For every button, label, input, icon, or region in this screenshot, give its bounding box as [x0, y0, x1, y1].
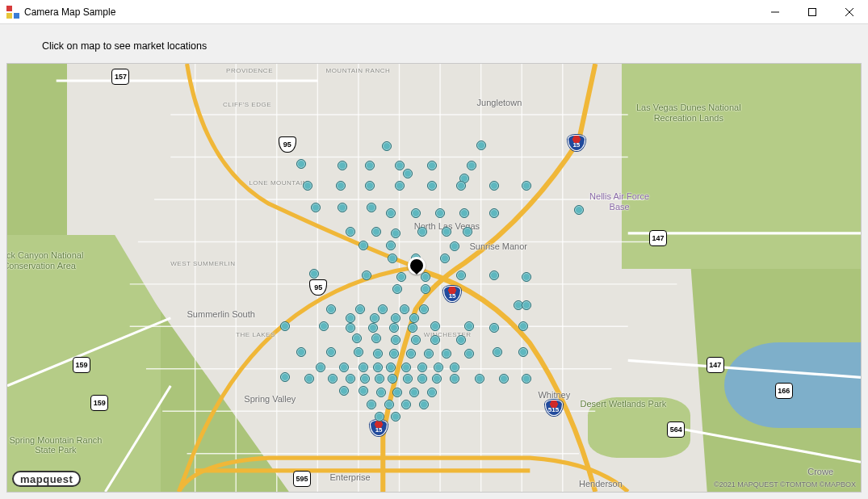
camera-marker[interactable] — [493, 347, 502, 357]
camera-marker[interactable] — [417, 363, 427, 372]
map-brand-badge: mapquest — [12, 471, 81, 487]
camera-marker[interactable] — [367, 400, 376, 409]
camera-marker[interactable] — [442, 227, 451, 237]
map-container: 9595151515515157159159147147166564595 La… — [6, 63, 862, 493]
camera-marker[interactable] — [359, 241, 368, 250]
minimize-button[interactable] — [757, 0, 794, 24]
camera-marker[interactable] — [419, 400, 429, 409]
camera-marker[interactable] — [427, 161, 437, 170]
camera-marker[interactable] — [386, 241, 396, 250]
svg-line-24 — [7, 318, 170, 386]
camera-marker[interactable] — [417, 227, 427, 237]
camera-marker[interactable] — [403, 374, 413, 384]
camera-marker[interactable] — [339, 386, 349, 396]
camera-marker[interactable] — [328, 374, 338, 384]
camera-marker[interactable] — [489, 181, 499, 191]
camera-marker[interactable] — [395, 181, 405, 191]
camera-marker[interactable] — [518, 347, 528, 357]
camera-marker[interactable] — [371, 227, 381, 237]
instruction-label: Click on map to see market locations — [6, 31, 862, 63]
svg-line-28 — [105, 386, 170, 492]
titlebar: Camera Map Sample — [0, 0, 868, 24]
map-roads — [7, 64, 861, 492]
svg-line-26 — [628, 360, 861, 377]
camera-marker[interactable] — [411, 208, 421, 218]
svg-rect-1 — [809, 8, 816, 15]
map-center-pin[interactable] — [408, 257, 426, 275]
camera-marker[interactable] — [326, 304, 336, 314]
camera-marker[interactable] — [339, 363, 349, 372]
close-button[interactable] — [831, 0, 868, 24]
camera-marker[interactable] — [354, 347, 363, 357]
camera-marker[interactable] — [427, 181, 437, 191]
camera-marker[interactable] — [346, 227, 355, 237]
camera-marker[interactable] — [359, 386, 368, 396]
camera-marker[interactable] — [346, 313, 355, 323]
camera-marker[interactable] — [352, 333, 362, 343]
camera-marker[interactable] — [409, 388, 419, 397]
camera-marker[interactable] — [421, 284, 430, 294]
camera-marker[interactable] — [411, 335, 421, 345]
map-canvas[interactable]: 9595151515515157159159147147166564595 La… — [7, 64, 861, 492]
camera-marker[interactable] — [450, 363, 459, 372]
camera-marker[interactable] — [401, 363, 411, 372]
app-icon — [6, 6, 19, 19]
camera-marker[interactable] — [406, 349, 416, 359]
camera-marker[interactable] — [574, 205, 584, 215]
camera-marker[interactable] — [403, 169, 413, 178]
camera-marker[interactable] — [326, 347, 336, 357]
camera-marker[interactable] — [375, 412, 384, 421]
camera-marker[interactable] — [401, 400, 411, 409]
camera-marker[interactable] — [370, 313, 379, 323]
camera-marker[interactable] — [338, 161, 347, 170]
camera-marker[interactable] — [400, 304, 409, 314]
camera-marker[interactable] — [296, 347, 306, 357]
camera-marker[interactable] — [434, 363, 443, 372]
camera-marker[interactable] — [336, 181, 346, 191]
camera-marker[interactable] — [442, 349, 451, 359]
camera-marker[interactable] — [395, 161, 405, 170]
camera-marker[interactable] — [450, 241, 459, 251]
camera-marker[interactable] — [409, 313, 419, 323]
camera-marker[interactable] — [475, 374, 484, 384]
svg-line-27 — [677, 428, 861, 462]
map-attribution: ©2021 MAPQUEST ©TOMTOM ©MAPBOX — [714, 480, 856, 489]
camera-marker[interactable] — [373, 363, 383, 372]
maximize-button[interactable] — [794, 0, 831, 24]
camera-marker[interactable] — [435, 208, 445, 218]
camera-marker[interactable] — [365, 161, 375, 170]
camera-marker[interactable] — [476, 140, 486, 150]
camera-marker[interactable] — [391, 412, 400, 421]
camera-marker[interactable] — [296, 159, 306, 169]
camera-marker[interactable] — [396, 272, 406, 282]
camera-marker[interactable] — [467, 161, 476, 170]
window-title: Camera Map Sample — [24, 6, 115, 18]
camera-marker[interactable] — [424, 349, 434, 359]
client-area: Click on map to see market locations — [0, 24, 868, 499]
camera-marker[interactable] — [489, 208, 499, 218]
camera-marker[interactable] — [359, 363, 368, 372]
